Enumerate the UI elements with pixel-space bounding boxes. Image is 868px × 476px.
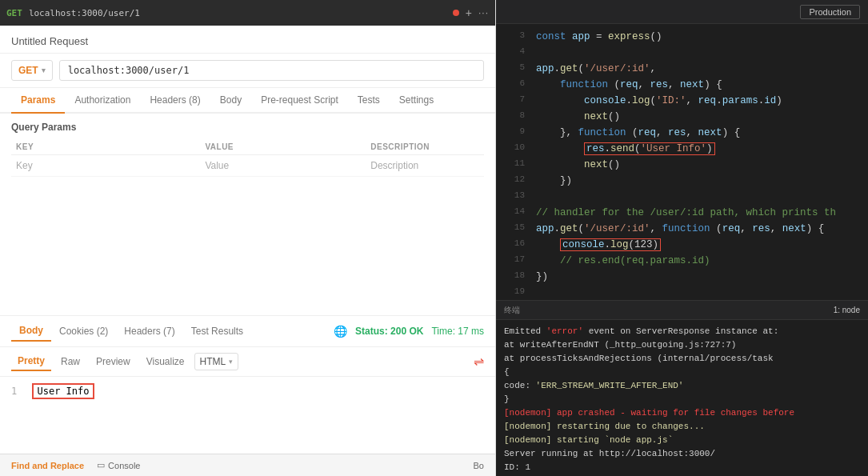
code-line-16: 16 console.log(123) bbox=[496, 237, 868, 253]
response-body: 1 User Info bbox=[0, 377, 495, 454]
left-panel: GET localhost:3000/user/1 + ··· Untitled… bbox=[0, 0, 496, 476]
terminal-line-4: { bbox=[504, 366, 860, 379]
response-tab-test-results[interactable]: Test Results bbox=[183, 322, 251, 341]
terminal-line-id: ID: 1 bbox=[504, 461, 860, 474]
url-input[interactable] bbox=[59, 60, 484, 81]
terminal-line-nodemon-crash: [nodemon] app crashed - waiting for file… bbox=[504, 406, 860, 420]
terminal-line-2: at writeAfterEndNT (_http_outgoing.js:72… bbox=[504, 338, 860, 352]
format-select-chevron: ▾ bbox=[229, 358, 233, 366]
format-preview[interactable]: Preview bbox=[90, 353, 137, 370]
console-button[interactable]: ▭ Console bbox=[97, 460, 140, 470]
line-number: 1 bbox=[11, 386, 17, 397]
code-line-11: 11 next() bbox=[496, 157, 868, 173]
response-format-bar: Pretty Raw Preview Visualize HTML ▾ ⇌ bbox=[0, 347, 495, 377]
code-line-10: 10 res.send('User Info') bbox=[496, 141, 868, 157]
console-icon: ▭ bbox=[97, 460, 105, 470]
code-line-6: 6 function (req, res, next) { bbox=[496, 77, 868, 93]
code-line-12: 12 }) bbox=[496, 173, 868, 189]
param-value-cell[interactable]: Value bbox=[200, 155, 366, 177]
response-time: Time: 17 ms bbox=[431, 326, 484, 337]
params-table: KEY VALUE DESCRIPTION Key Value Descript… bbox=[11, 139, 484, 177]
format-icon[interactable]: ⇌ bbox=[474, 354, 484, 369]
format-pretty[interactable]: Pretty bbox=[11, 352, 51, 371]
format-visualize[interactable]: Visualize bbox=[140, 353, 191, 370]
code-line-17: 17 // res.end(req.params.id) bbox=[496, 253, 868, 269]
new-tab-button[interactable]: + bbox=[466, 6, 472, 19]
method-select-chevron: ▾ bbox=[42, 66, 46, 74]
response-tab-body[interactable]: Body bbox=[11, 321, 51, 342]
table-row: Key Value Description bbox=[11, 155, 484, 177]
param-key-cell[interactable]: Key bbox=[11, 155, 200, 177]
terminal-title: 终端 bbox=[504, 305, 520, 316]
terminal-header: 终端 1: node bbox=[496, 301, 868, 320]
code-line-13: 13 bbox=[496, 189, 868, 205]
query-params-title: Query Params bbox=[11, 122, 484, 133]
response-tabs-bar: Body Cookies (2) Headers (7) Test Result… bbox=[0, 316, 495, 347]
env-badge[interactable]: Production bbox=[800, 5, 860, 19]
status-dot bbox=[453, 10, 459, 16]
code-editor: 3 const app = express() 4 5 app.get('/us… bbox=[496, 24, 868, 300]
terminal-node: 1: node bbox=[834, 306, 860, 314]
code-line-8: 8 next() bbox=[496, 109, 868, 125]
tab-settings[interactable]: Settings bbox=[390, 88, 443, 114]
response-status: 🌐 Status: 200 OK Time: 17 ms bbox=[334, 325, 484, 338]
code-line-9: 9 }, function (req, res, next) { bbox=[496, 125, 868, 141]
request-title: Untitled Request bbox=[11, 35, 88, 47]
response-tab-cookies[interactable]: Cookies (2) bbox=[51, 322, 116, 341]
method-badge: GET bbox=[6, 8, 22, 18]
code-line-3: 3 const app = express() bbox=[496, 29, 868, 45]
param-desc-cell[interactable]: Description bbox=[366, 155, 484, 177]
code-line-4: 4 bbox=[496, 45, 868, 61]
col-value: VALUE bbox=[200, 139, 366, 155]
response-tab-headers[interactable]: Headers (7) bbox=[116, 322, 182, 341]
code-line-14: 14 // handler for the /user/:id path, wh… bbox=[496, 205, 868, 221]
tab-params[interactable]: Params bbox=[11, 88, 65, 114]
terminal-line-3: at processTicksAndRejections (internal/p… bbox=[504, 352, 860, 366]
code-line-19: 19 bbox=[496, 285, 868, 300]
code-line-18: 18 }) bbox=[496, 269, 868, 285]
terminal-body: Emitted 'error' event on ServerResponse … bbox=[496, 320, 868, 476]
response-value: User Info bbox=[32, 383, 94, 399]
col-description: DESCRIPTION bbox=[366, 139, 484, 155]
request-title-bar: Untitled Request bbox=[0, 26, 495, 54]
bottom-bar-right: Bo bbox=[474, 461, 484, 470]
method-select-value: GET bbox=[18, 65, 38, 76]
query-params-section: Query Params KEY VALUE DESCRIPTION Key V… bbox=[0, 114, 495, 177]
method-select[interactable]: GET ▾ bbox=[11, 60, 53, 81]
terminal-line-6: } bbox=[504, 393, 860, 406]
bottom-bar: Find and Replace ▭ Console Bo bbox=[0, 454, 495, 476]
right-panel: Production 3 const app = express() 4 5 a… bbox=[496, 0, 868, 476]
top-bar: GET localhost:3000/user/1 + ··· bbox=[0, 0, 495, 26]
terminal-line-5: code: 'ERR_STREAM_WRITE_AFTER_END' bbox=[504, 379, 860, 393]
terminal-line-nodemon-start: [nodemon] starting `node app.js` bbox=[504, 434, 860, 447]
response-section: Body Cookies (2) Headers (7) Test Result… bbox=[0, 315, 495, 454]
code-line-15: 15 app.get('/user/:id', function (req, r… bbox=[496, 221, 868, 237]
find-replace-label: Find and Replace bbox=[11, 461, 84, 470]
code-line-7: 7 console.log('ID:', req.params.id) bbox=[496, 93, 868, 109]
tab-headers[interactable]: Headers (8) bbox=[140, 88, 210, 114]
tab-authorization[interactable]: Authorization bbox=[65, 88, 140, 114]
more-options-button[interactable]: ··· bbox=[478, 7, 489, 18]
terminal-line-nodemon-restart: [nodemon] restarting due to changes... bbox=[504, 420, 860, 434]
find-replace-button[interactable]: Find and Replace bbox=[11, 461, 84, 470]
url-bar: GET ▾ bbox=[0, 54, 495, 88]
col-key: KEY bbox=[11, 139, 200, 155]
console-label: Console bbox=[108, 461, 140, 470]
format-raw[interactable]: Raw bbox=[54, 353, 86, 370]
topbar-url: localhost:3000/user/1 bbox=[29, 8, 140, 18]
code-line-5: 5 app.get('/user/:id', bbox=[496, 61, 868, 77]
format-select[interactable]: HTML ▾ bbox=[194, 353, 239, 370]
tabs-bar: Params Authorization Headers (8) Body Pr… bbox=[0, 88, 495, 114]
tab-tests[interactable]: Tests bbox=[348, 88, 390, 114]
terminal-line-1: Emitted 'error' event on ServerResponse … bbox=[504, 325, 860, 338]
terminal-line-server: Server running at http://localhost:3000/ bbox=[504, 447, 860, 461]
tab-body[interactable]: Body bbox=[210, 88, 251, 114]
globe-icon: 🌐 bbox=[334, 325, 347, 338]
format-select-value: HTML bbox=[200, 356, 226, 367]
tab-pre-request[interactable]: Pre-request Script bbox=[251, 88, 348, 114]
env-bar: Production bbox=[496, 0, 868, 24]
status-ok: Status: 200 OK bbox=[355, 326, 423, 337]
terminal-section: 终端 1: node Emitted 'error' event on Serv… bbox=[496, 300, 868, 476]
